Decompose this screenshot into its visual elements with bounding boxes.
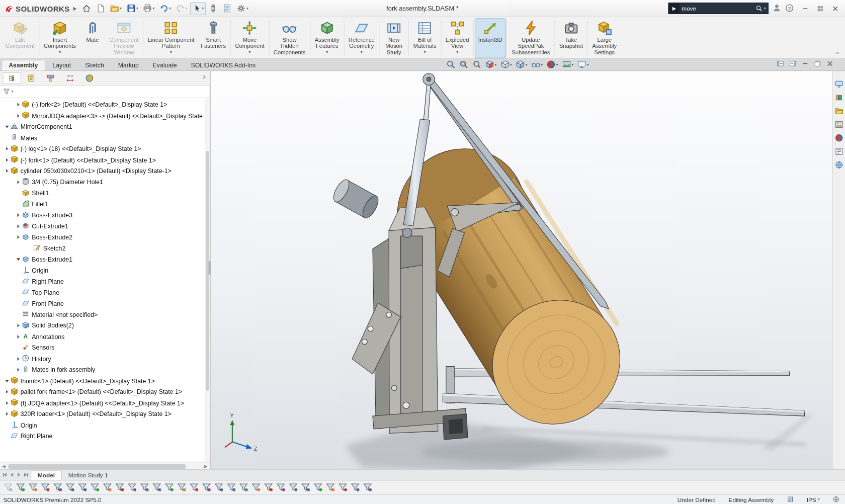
tree-item-shell1[interactable]: Shell1 bbox=[0, 188, 210, 199]
tab-sketch[interactable]: Sketch bbox=[78, 60, 111, 70]
tab-layout[interactable]: Layout bbox=[45, 60, 78, 70]
tree-item-sketch2[interactable]: Sketch2 bbox=[0, 243, 210, 254]
tree-item-origin[interactable]: Origin bbox=[0, 265, 210, 276]
smart-fasteners-button[interactable]: Smart Fasteners bbox=[198, 18, 229, 58]
filter-datums-button[interactable] bbox=[264, 482, 273, 492]
filter-sketch-segments-button[interactable] bbox=[164, 482, 174, 492]
dropdown-caret-icon[interactable]: ▾ bbox=[246, 6, 248, 11]
search-scope-icon[interactable]: ▶ bbox=[669, 3, 680, 13]
edit-component-button[interactable]: Edit Component bbox=[2, 18, 38, 58]
tree-item-material-not-specified[interactable]: Material <not specified> bbox=[0, 309, 210, 320]
minimize-document-button[interactable] bbox=[801, 60, 809, 68]
expand-right-icon[interactable] bbox=[3, 401, 10, 405]
tree-item-origin[interactable]: Origin bbox=[0, 419, 210, 431]
solidworks-forum-tab[interactable] bbox=[834, 160, 843, 170]
undo-button[interactable]: ▾ bbox=[157, 2, 174, 15]
search-box[interactable]: ▶ ▾ bbox=[668, 3, 769, 14]
invert-selection-button[interactable] bbox=[28, 482, 38, 492]
filter-axes-button[interactable] bbox=[115, 482, 124, 492]
scrollbar-thumb[interactable] bbox=[8, 464, 186, 469]
tab-model[interactable]: Model bbox=[31, 470, 62, 480]
tree-item-pallet-fork-frame-1-default-default-disp[interactable]: pallet fork frame<1> (Default) <<Default… bbox=[0, 386, 210, 397]
tree-item-mates-in-fork-assembly[interactable]: Mates in fork assembly bbox=[0, 364, 210, 375]
tree-horizontal-scrollbar[interactable]: ◀ ▶ bbox=[0, 462, 210, 469]
tree-item-cylinder-050x030x0210-1-default-display-[interactable]: cylinder 050x030x0210<1> (Default) <Disp… bbox=[0, 165, 210, 177]
tree-item-3-4-0-75-diameter-hole1[interactable]: 3/4 (0.75) Diameter Hole1 bbox=[0, 177, 210, 188]
tree-item-boss-extrude1[interactable]: Boss-Extrude1 bbox=[0, 254, 210, 265]
expand-down-icon[interactable] bbox=[3, 125, 10, 129]
panel-tab-displaymanager[interactable] bbox=[80, 72, 99, 85]
show-left-pane-button[interactable] bbox=[777, 60, 784, 68]
search-caret-icon[interactable]: ▾ bbox=[764, 6, 766, 11]
expand-right-icon[interactable] bbox=[3, 147, 10, 151]
file-properties-button[interactable] bbox=[221, 2, 234, 15]
search-input[interactable] bbox=[680, 5, 756, 12]
tree-item-f-jdqa-adapter-1-default-default-display[interactable]: (f) JDQA adapter<1> (Default) <<Default>… bbox=[0, 397, 210, 408]
tree-item-history[interactable]: History bbox=[0, 353, 210, 364]
expand-right-icon[interactable] bbox=[15, 114, 22, 118]
expand-down-icon[interactable] bbox=[3, 379, 10, 383]
new-document-button[interactable] bbox=[94, 2, 108, 15]
rebuild-button[interactable] bbox=[207, 2, 220, 15]
scroll-left-icon[interactable]: ◀ bbox=[1, 463, 7, 469]
scroll-previous-button[interactable] bbox=[9, 471, 15, 479]
tree-filter-bar[interactable]: ▾ bbox=[0, 86, 210, 98]
expand-right-icon[interactable] bbox=[15, 213, 22, 217]
filter-geometric-tolerances-button[interactable] bbox=[239, 482, 248, 492]
panel-tab-configurationmanager[interactable] bbox=[42, 72, 60, 85]
tree-item-right-plane[interactable]: Right Plane bbox=[0, 431, 210, 442]
dropdown-caret-icon[interactable]: ▾ bbox=[169, 6, 171, 11]
bill-of-materials-button[interactable]: Bill of Materials▾ bbox=[410, 18, 440, 58]
expand-right-icon[interactable] bbox=[3, 390, 10, 394]
panel-splitter-handle[interactable] bbox=[209, 261, 211, 275]
help-button[interactable]: ? bbox=[785, 4, 794, 13]
tree-item-annotations[interactable]: AAnnotations bbox=[0, 331, 210, 342]
open-button[interactable]: ▾ bbox=[108, 2, 124, 15]
exploded-view-button[interactable]: Exploded View▾ bbox=[442, 18, 472, 58]
section-view-button[interactable]: ▾ bbox=[484, 59, 497, 69]
graphics-viewport[interactable]: Y Z bbox=[211, 71, 832, 469]
show-hidden-components-button[interactable]: Show Hidden Components bbox=[270, 18, 309, 58]
tree-item-320r-loader-1-default-default-display-st[interactable]: 320R loader<1> (Default) <<Default>_Disp… bbox=[0, 408, 210, 419]
previous-view-button[interactable] bbox=[471, 59, 482, 69]
linear-component-pattern-button[interactable]: Linear Component Pattern▾ bbox=[144, 18, 197, 58]
dropdown-caret-icon[interactable]: ▾ bbox=[526, 62, 528, 67]
tab-evaluate[interactable]: Evaluate bbox=[146, 60, 184, 70]
collapse-ribbon-icon[interactable] bbox=[834, 50, 841, 57]
redo-button[interactable]: ▾ bbox=[174, 2, 190, 15]
toggle-selection-filters-button[interactable] bbox=[40, 482, 50, 492]
expand-right-icon[interactable] bbox=[15, 224, 22, 228]
search-submit[interactable]: ▾ bbox=[756, 5, 768, 12]
dropdown-caret-icon[interactable]: ▾ bbox=[587, 62, 589, 67]
filter-solid-bodies-button[interactable] bbox=[90, 482, 100, 492]
dropdown-caret-icon[interactable]: ▾ bbox=[556, 62, 558, 67]
filter-hole-callouts-button[interactable] bbox=[363, 482, 372, 492]
tree-item-cut-extrude1[interactable]: Cut-Extrude1 bbox=[0, 221, 210, 232]
tree-item-fork-1-default-default-display-state-1[interactable]: (-) fork<1> (Default) <<Default>_Display… bbox=[0, 154, 210, 165]
filter-connection-points-button[interactable] bbox=[338, 482, 348, 492]
filter-midpoints-button[interactable] bbox=[177, 482, 186, 492]
instant3d-button[interactable]: Instant3D bbox=[475, 18, 505, 58]
tab-motion-study-1[interactable]: Motion Study 1 bbox=[62, 471, 114, 480]
dropdown-caret-icon[interactable]: ▾ bbox=[571, 62, 573, 67]
expand-right-icon[interactable] bbox=[15, 180, 22, 185]
edit-appearance-button[interactable]: ▾ bbox=[545, 59, 559, 69]
tree-item-thumb-1-default-default-display-state-1[interactable]: thumb<1> (Default) <<Default>_Display St… bbox=[0, 375, 210, 386]
filter-centerlines-button[interactable] bbox=[202, 482, 211, 492]
dropdown-caret-icon[interactable]: ▾ bbox=[136, 6, 138, 11]
filter-funnel-icon[interactable] bbox=[3, 88, 10, 96]
expand-right-icon[interactable] bbox=[3, 169, 10, 174]
tree-item-mirrorcomponent1[interactable]: MirrorComponent1 bbox=[0, 121, 210, 132]
custom-properties-tab[interactable] bbox=[834, 147, 843, 157]
dropdown-caret-icon[interactable]: ▾ bbox=[361, 50, 363, 54]
tree-item-mirrorjdqa-adapter-3-default-default-dis[interactable]: MirrorJDQA adapter<3> -> (Default) <<Def… bbox=[0, 110, 210, 121]
display-style-button[interactable]: ▾ bbox=[515, 59, 528, 69]
file-explorer-tab[interactable] bbox=[834, 107, 843, 116]
large-assembly-settings-button[interactable]: Large Assembly Settings bbox=[589, 18, 620, 58]
units-caret-icon[interactable]: ▾ bbox=[818, 497, 820, 501]
dropdown-caret-icon[interactable]: ▾ bbox=[456, 50, 458, 54]
tree-item-sensors[interactable]: Sensors bbox=[0, 342, 210, 353]
filter-edges-button[interactable] bbox=[65, 482, 75, 492]
move-component-button[interactable]: Move Component▾ bbox=[232, 18, 268, 58]
filter-reference-planes-button[interactable] bbox=[140, 482, 149, 492]
